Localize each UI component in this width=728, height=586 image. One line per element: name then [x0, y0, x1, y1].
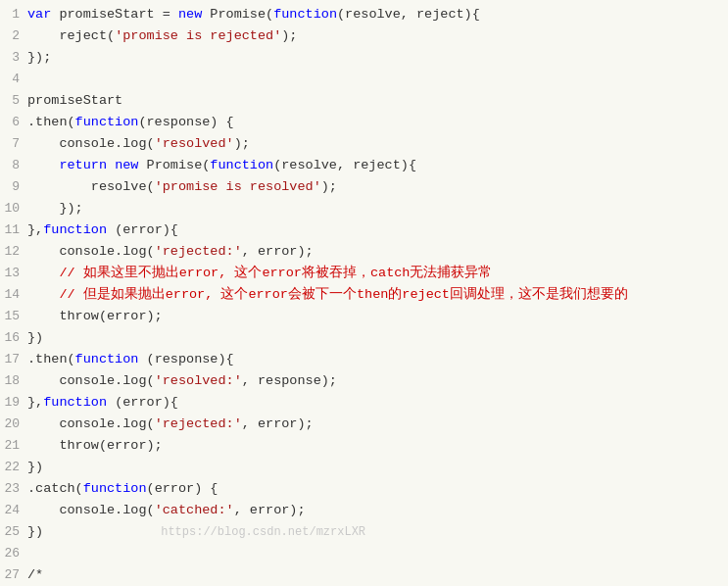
line-content: resolve('promise is resolved'); — [27, 176, 728, 198]
watermark: https://blog.csdn.net/mzrxLXR — [161, 525, 365, 539]
code-line: 9 resolve('promise is resolved'); — [0, 176, 728, 198]
code-editor: 1var promiseStart = new Promise(function… — [0, 0, 728, 586]
line-number: 27 — [0, 564, 27, 586]
line-number: 2 — [0, 25, 27, 47]
line-content: console.log('resolved'); — [27, 133, 728, 155]
code-line: 23.catch(function(error) { — [0, 478, 728, 500]
code-line: 26 — [0, 543, 728, 564]
code-line: 3}); — [0, 47, 728, 69]
line-number: 6 — [0, 112, 27, 133]
line-content: .then(function(response) { — [27, 112, 728, 133]
line-content: .catch(function(error) { — [27, 478, 728, 500]
line-content: }) — [27, 457, 728, 478]
line-content: })https://blog.csdn.net/mzrxLXR — [27, 521, 728, 543]
line-number: 21 — [0, 435, 27, 457]
code-line: 7 console.log('resolved'); — [0, 133, 728, 155]
code-line: 15 throw(error); — [0, 306, 728, 327]
code-line: 12 console.log('rejected:', error); — [0, 241, 728, 263]
line-number: 13 — [0, 263, 27, 284]
line-content: var promiseStart = new Promise(function(… — [27, 4, 728, 25]
line-content: },function (error){ — [27, 392, 728, 414]
line-number: 12 — [0, 241, 27, 263]
line-number: 26 — [0, 543, 27, 564]
code-line: 13 // 如果这里不抛出error, 这个error将被吞掉，catch无法捕… — [0, 263, 728, 284]
line-number: 7 — [0, 133, 27, 155]
line-number: 3 — [0, 47, 27, 69]
line-content: }); — [27, 47, 728, 69]
line-content: console.log('rejected:', error); — [27, 414, 728, 435]
code-line: 10 }); — [0, 198, 728, 220]
line-content: .then(function (response){ — [27, 349, 728, 370]
line-number: 8 — [0, 155, 27, 176]
line-content: // 如果这里不抛出error, 这个error将被吞掉，catch无法捕获异常 — [27, 263, 728, 284]
line-number: 14 — [0, 284, 27, 306]
line-number: 17 — [0, 349, 27, 370]
line-content: console.log('resolved:', response); — [27, 370, 728, 392]
code-line: 14 // 但是如果抛出error, 这个error会被下一个then的reje… — [0, 284, 728, 306]
code-line: 19},function (error){ — [0, 392, 728, 414]
code-line: 8 return new Promise(function(resolve, r… — [0, 155, 728, 176]
line-number: 22 — [0, 457, 27, 478]
code-line: 16}) — [0, 327, 728, 349]
line-content: console.log('catched:', error); — [27, 500, 728, 521]
line-number: 9 — [0, 176, 27, 198]
line-content: reject('promise is rejected'); — [27, 25, 728, 47]
line-number: 20 — [0, 414, 27, 435]
code-line: 11},function (error){ — [0, 220, 728, 241]
line-number: 25 — [0, 521, 27, 543]
code-line: 5promiseStart — [0, 90, 728, 112]
code-line: 20 console.log('rejected:', error); — [0, 414, 728, 435]
code-line: 2 reject('promise is rejected'); — [0, 25, 728, 47]
line-number: 5 — [0, 90, 27, 112]
code-line: 24 console.log('catched:', error); — [0, 500, 728, 521]
line-content: }); — [27, 198, 728, 220]
line-content: throw(error); — [27, 306, 728, 327]
code-line: 4 — [0, 69, 728, 90]
line-number: 1 — [0, 4, 27, 25]
code-line: 17.then(function (response){ — [0, 349, 728, 370]
code-line: 21 throw(error); — [0, 435, 728, 457]
line-number: 18 — [0, 370, 27, 392]
line-content: console.log('rejected:', error); — [27, 241, 728, 263]
code-line: 27/* — [0, 564, 728, 586]
line-number: 19 — [0, 392, 27, 414]
line-number: 4 — [0, 69, 27, 90]
line-content: },function (error){ — [27, 220, 728, 241]
line-number: 11 — [0, 220, 27, 241]
line-number: 10 — [0, 198, 27, 220]
line-content: promiseStart — [27, 90, 728, 112]
line-content: /* — [27, 564, 728, 586]
line-content: return new Promise(function(resolve, rej… — [27, 155, 728, 176]
line-number: 15 — [0, 306, 27, 327]
line-number: 24 — [0, 500, 27, 521]
line-content: throw(error); — [27, 435, 728, 457]
code-line: 22}) — [0, 457, 728, 478]
line-number: 23 — [0, 478, 27, 500]
line-number: 16 — [0, 327, 27, 349]
code-line: 18 console.log('resolved:', response); — [0, 370, 728, 392]
line-content: }) — [27, 327, 728, 349]
line-content: // 但是如果抛出error, 这个error会被下一个then的reject回… — [27, 284, 728, 306]
code-line: 1var promiseStart = new Promise(function… — [0, 4, 728, 25]
code-line: 25})https://blog.csdn.net/mzrxLXR — [0, 521, 728, 543]
code-line: 6.then(function(response) { — [0, 112, 728, 133]
